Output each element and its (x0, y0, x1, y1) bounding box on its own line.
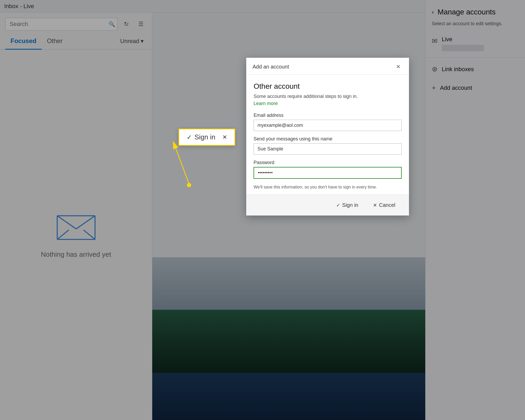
email-label: Email address (254, 113, 402, 118)
dialog-title: Add an account (253, 64, 289, 70)
dialog-titlebar: Add an account ✕ (246, 58, 409, 75)
password-form-group: Password (254, 160, 402, 179)
signin-popup-label: Sign in (195, 133, 216, 141)
display-name-input[interactable] (254, 143, 402, 155)
x-icon: ✕ (373, 202, 377, 208)
password-label: Password (254, 160, 402, 165)
save-note: We'll save this information, so you don'… (254, 184, 402, 190)
learn-more-link[interactable]: Learn more (254, 101, 278, 106)
email-input[interactable] (254, 120, 402, 131)
sign-in-footer-button[interactable]: ✓ Sign in (330, 199, 365, 211)
cancel-footer-button[interactable]: ✕ Cancel (367, 199, 402, 211)
sign-in-label: Sign in (342, 202, 358, 208)
dialog-footer: ✓ Sign in ✕ Cancel (246, 195, 409, 216)
password-input[interactable] (254, 167, 402, 179)
name-label: Send your messages using this name (254, 136, 402, 142)
dialog-body: Other account Some accounts require addi… (246, 75, 409, 195)
signin-popup-close-icon[interactable]: ✕ (222, 134, 227, 141)
check-icon: ✓ (336, 202, 340, 208)
email-form-group: Email address (254, 113, 402, 131)
add-account-dialog: Add an account ✕ Other account Some acco… (246, 58, 409, 216)
dialog-description: Some accounts require additional steps t… (254, 94, 402, 99)
signin-popup-check-icon: ✓ (187, 134, 192, 141)
name-form-group: Send your messages using this name (254, 136, 402, 155)
signin-popup: ✓ Sign in ✕ (178, 129, 235, 146)
app-window: Inbox - Live — ☐ ✕ 🔍 ↻ ☰ Focused (0, 0, 525, 420)
dialog-close-button[interactable]: ✕ (394, 62, 403, 71)
dialog-heading: Other account (254, 82, 402, 91)
cancel-label: Cancel (379, 202, 395, 208)
